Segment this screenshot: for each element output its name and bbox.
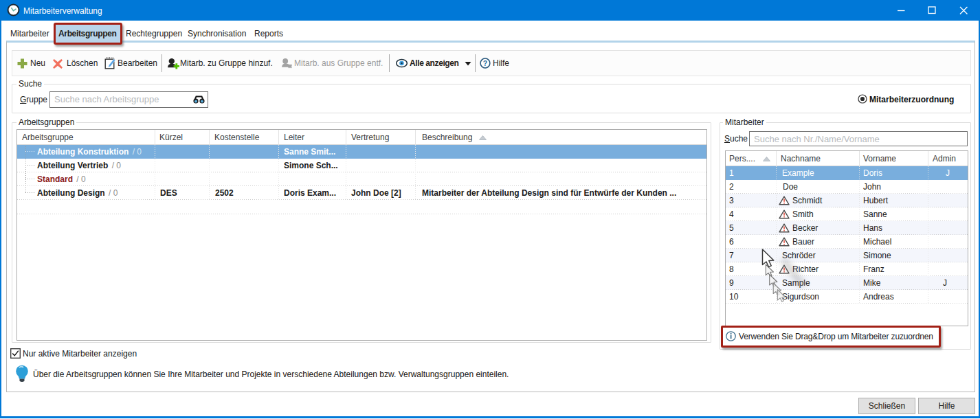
svg-text:?: ? — [483, 59, 487, 67]
